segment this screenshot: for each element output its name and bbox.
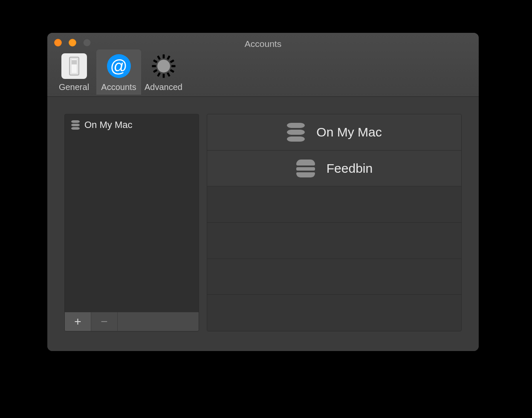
account-item-on-my-mac[interactable]: On My Mac: [66, 118, 197, 132]
account-type-list: On My Mac Feedbin: [207, 114, 462, 331]
svg-rect-9: [153, 69, 157, 73]
database-icon: [286, 123, 305, 142]
tab-accounts-label: Accounts: [101, 82, 136, 92]
account-type-label: On My Mac: [316, 125, 382, 139]
accounts-sidebar: On My Mac + −: [64, 114, 199, 331]
svg-rect-7: [162, 74, 165, 78]
svg-rect-12: [157, 55, 161, 60]
at-sign-icon: @: [106, 53, 132, 79]
table-row: [207, 186, 461, 223]
accounts-list[interactable]: On My Mac: [65, 114, 199, 312]
svg-rect-10: [152, 65, 156, 67]
add-account-button[interactable]: +: [65, 312, 91, 331]
tab-general[interactable]: General: [52, 49, 96, 95]
account-type-feedbin[interactable]: Feedbin: [207, 151, 461, 187]
svg-rect-11: [153, 59, 157, 63]
accounts-body: On My Mac + − On My Mac: [47, 97, 479, 351]
tab-accounts[interactable]: @ Accounts: [96, 49, 141, 95]
sidebar-footer: + −: [65, 312, 199, 331]
table-row: [207, 223, 461, 259]
database-icon: [71, 120, 80, 130]
svg-rect-1: [162, 54, 165, 58]
svg-rect-8: [157, 72, 161, 77]
switch-icon: [61, 53, 87, 79]
feedbin-icon: [296, 160, 315, 177]
plus-icon: +: [74, 315, 81, 328]
minus-icon: −: [101, 315, 107, 328]
account-type-on-my-mac[interactable]: On My Mac: [207, 114, 461, 151]
remove-account-button[interactable]: −: [91, 312, 118, 331]
titlebar: Accounts General @ Accounts: [47, 33, 479, 97]
account-item-label: On My Mac: [84, 119, 132, 131]
tab-general-label: General: [59, 82, 89, 92]
preferences-toolbar: General @ Accounts: [52, 49, 186, 95]
account-type-label: Feedbin: [327, 161, 373, 176]
window-title: Accounts: [47, 39, 479, 49]
svg-rect-5: [170, 69, 174, 73]
gear-icon: [151, 53, 176, 79]
table-row: [207, 259, 461, 295]
svg-rect-6: [166, 72, 170, 77]
tab-advanced-label: Advanced: [145, 82, 182, 92]
svg-point-0: [159, 61, 168, 71]
svg-rect-2: [166, 55, 170, 60]
svg-rect-4: [171, 65, 176, 67]
svg-rect-3: [170, 59, 174, 63]
tab-advanced[interactable]: Advanced: [141, 49, 186, 95]
table-row: [207, 295, 461, 331]
preferences-window: Accounts General @ Accounts: [47, 33, 479, 351]
